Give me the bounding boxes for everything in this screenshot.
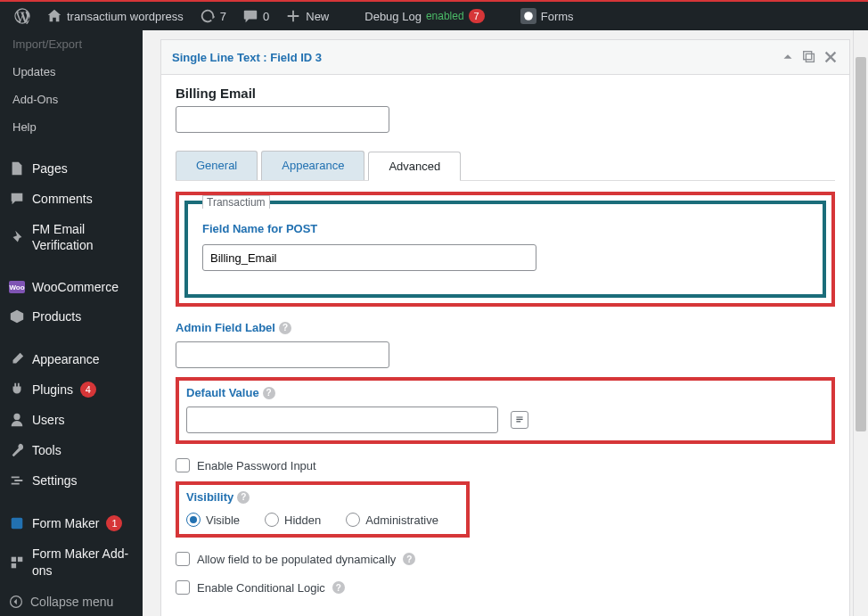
sidebar-tools[interactable]: Tools bbox=[0, 435, 143, 465]
new-content-link[interactable]: New bbox=[278, 2, 336, 30]
forms-label: Forms bbox=[541, 10, 574, 23]
forms-link[interactable]: Forms bbox=[513, 2, 581, 30]
svg-rect-7 bbox=[804, 52, 812, 60]
sidebar-form-maker[interactable]: Form Maker1 bbox=[0, 508, 143, 538]
sidebar-appearance[interactable]: Appearance bbox=[0, 344, 143, 374]
comments-link[interactable]: 0 bbox=[235, 2, 276, 30]
package-icon bbox=[9, 308, 25, 324]
updates-link[interactable]: 7 bbox=[192, 2, 233, 30]
sidebar-settings[interactable]: Settings bbox=[0, 465, 143, 496]
panel-actions bbox=[780, 49, 839, 65]
sidebar-comments[interactable]: Comments bbox=[0, 184, 143, 214]
form-maker-badge: 1 bbox=[106, 515, 122, 531]
merge-tag-button[interactable] bbox=[511, 411, 528, 429]
conditional-checkbox[interactable] bbox=[176, 580, 190, 595]
password-checkbox[interactable] bbox=[176, 458, 190, 472]
tab-general[interactable]: General bbox=[176, 151, 258, 180]
panel-header: Single Line Text : Field ID 3 bbox=[161, 40, 849, 75]
wordpress-icon bbox=[14, 8, 30, 24]
password-checkbox-row: Enable Password Input bbox=[176, 458, 835, 472]
home-icon bbox=[46, 8, 62, 24]
wp-logo-menu[interactable] bbox=[7, 2, 37, 30]
sidebar-import-export[interactable]: Import/Export bbox=[0, 30, 143, 58]
help-icon[interactable]: ? bbox=[279, 322, 291, 334]
dynamic-checkbox[interactable] bbox=[176, 552, 190, 566]
password-checkbox-label: Enable Password Input bbox=[197, 459, 316, 472]
collapse-menu-button[interactable]: Collapse menu bbox=[0, 587, 143, 616]
sidebar-plugins[interactable]: Plugins4 bbox=[0, 374, 143, 405]
sidebar-pages[interactable]: Pages bbox=[0, 153, 143, 184]
highlight-transactium: Transactium Field Name for POST bbox=[176, 192, 835, 307]
help-icon[interactable]: ? bbox=[237, 491, 250, 504]
svg-rect-6 bbox=[806, 53, 814, 62]
field-settings-tabs: General Appearance Advanced bbox=[176, 151, 835, 181]
woocommerce-icon: Woo bbox=[9, 281, 25, 293]
plus-icon bbox=[285, 8, 301, 24]
sidebar-form-maker-addons[interactable]: Form Maker Add-ons bbox=[0, 538, 143, 585]
sidebar-fm-email[interactable]: FM Email Verification bbox=[0, 214, 143, 260]
sidebar-help[interactable]: Help bbox=[0, 113, 143, 141]
svg-rect-4 bbox=[12, 563, 16, 567]
plugin-icon bbox=[9, 382, 25, 398]
plugins-badge: 4 bbox=[80, 382, 96, 398]
collapse-icon bbox=[9, 595, 23, 609]
visibility-radio-group: Visible Hidden Administrative bbox=[186, 513, 459, 527]
help-icon[interactable]: ? bbox=[332, 581, 345, 594]
sliders-icon bbox=[9, 472, 25, 489]
field-settings-panel: Single Line Text : Field ID 3 Billing Em… bbox=[160, 39, 850, 616]
help-icon[interactable]: ? bbox=[403, 553, 415, 565]
sidebar-products[interactable]: Products bbox=[0, 301, 143, 332]
form-addon-icon bbox=[9, 554, 25, 571]
svg-rect-1 bbox=[12, 518, 23, 530]
vertical-scrollbar[interactable] bbox=[853, 30, 868, 616]
highlight-default-value: Default Value ? bbox=[176, 377, 835, 444]
visibility-admin[interactable]: Administrative bbox=[346, 513, 438, 527]
dynamic-checkbox-label: Allow field to be populated dynamically bbox=[197, 553, 396, 566]
debug-log-link[interactable]: Debug Log enabled 7 bbox=[357, 2, 491, 30]
default-value-label: Default Value ? bbox=[186, 386, 824, 399]
fieldname-input[interactable] bbox=[202, 244, 536, 271]
svg-rect-2 bbox=[12, 556, 16, 561]
field-label-input[interactable] bbox=[176, 106, 389, 133]
field-label-heading: Billing Email bbox=[176, 86, 835, 101]
visibility-hidden[interactable]: Hidden bbox=[265, 513, 321, 527]
update-icon bbox=[200, 8, 216, 24]
dynamic-checkbox-row: Allow field to be populated dynamically … bbox=[176, 552, 835, 566]
radio-icon bbox=[265, 513, 279, 527]
tab-appearance[interactable]: Appearance bbox=[261, 151, 364, 180]
admin-toolbar: transactium wordpress 7 0 New Debug Log … bbox=[0, 2, 868, 30]
pin-icon bbox=[9, 229, 25, 245]
new-label: New bbox=[306, 10, 329, 23]
forms-icon bbox=[520, 8, 536, 24]
debug-status: enabled bbox=[426, 10, 464, 22]
scrollbar-thumb[interactable] bbox=[856, 57, 866, 431]
site-name-link[interactable]: transactium wordpress bbox=[39, 2, 191, 30]
collapse-panel-icon[interactable] bbox=[780, 49, 796, 65]
duplicate-icon[interactable] bbox=[801, 49, 817, 65]
comment-icon bbox=[242, 8, 258, 24]
fieldname-label: Field Name for POST bbox=[202, 222, 808, 235]
main-content: Single Line Text : Field ID 3 Billing Em… bbox=[143, 30, 868, 616]
tab-advanced[interactable]: Advanced bbox=[368, 152, 461, 181]
site-name: transactium wordpress bbox=[67, 10, 184, 23]
help-icon[interactable]: ? bbox=[263, 387, 275, 399]
user-icon bbox=[9, 412, 25, 428]
visibility-visible[interactable]: Visible bbox=[186, 513, 240, 527]
updates-count: 7 bbox=[220, 10, 226, 23]
close-icon[interactable] bbox=[823, 49, 839, 65]
brush-icon bbox=[9, 351, 25, 367]
wrench-icon bbox=[9, 442, 25, 458]
highlight-visibility: Visibility ? Visible Hidden Administrati… bbox=[176, 481, 470, 538]
default-value-input[interactable] bbox=[186, 407, 498, 433]
page-icon bbox=[9, 160, 25, 177]
radio-icon bbox=[186, 513, 201, 527]
visibility-label: Visibility ? bbox=[186, 490, 459, 504]
admin-label-input[interactable] bbox=[176, 341, 389, 368]
form-icon bbox=[9, 515, 25, 531]
sidebar-updates[interactable]: Updates bbox=[0, 58, 143, 86]
sidebar-users[interactable]: Users bbox=[0, 405, 143, 435]
debug-label: Debug Log bbox=[364, 10, 422, 23]
comments-count: 0 bbox=[263, 10, 269, 23]
sidebar-addons[interactable]: Add-Ons bbox=[0, 86, 143, 113]
sidebar-woocommerce[interactable]: WooWooCommerce bbox=[0, 273, 143, 301]
